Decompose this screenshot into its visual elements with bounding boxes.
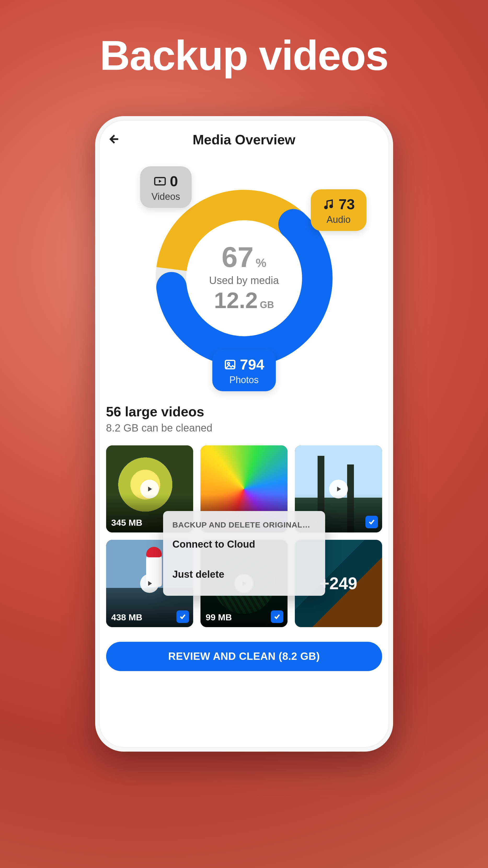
badge-audio[interactable]: 73 Audio [311, 189, 366, 231]
app-header: Media Overview [106, 132, 382, 148]
image-icon [224, 358, 236, 371]
phone-mockup: Media Overview 67 % Used by media 12.2 G… [95, 116, 393, 752]
checkbox-checked[interactable] [271, 611, 283, 623]
badge-videos-label: Videos [152, 191, 180, 202]
music-icon [322, 198, 335, 211]
popup-connect-cloud[interactable]: Connect to Cloud [172, 529, 316, 559]
badge-videos-count: 0 [170, 173, 178, 190]
used-percent: 67 [222, 240, 254, 274]
popup-title: BACKUP AND DELETE ORIGINAL… [172, 521, 316, 529]
badge-audio-count: 73 [338, 196, 355, 213]
donut-center: 67 % Used by media 12.2 GB [209, 240, 279, 313]
promo-title: Backup videos [100, 31, 388, 80]
checkbox-checked[interactable] [365, 516, 378, 528]
svg-point-5 [330, 205, 332, 208]
percent-symbol: % [256, 256, 266, 270]
media-donut-chart: 67 % Used by media 12.2 GB 0 Videos [106, 163, 382, 393]
badge-videos[interactable]: 0 Videos [140, 166, 192, 208]
backup-delete-popup: BACKUP AND DELETE ORIGINAL… Connect to C… [163, 511, 325, 596]
badge-audio-label: Audio [322, 214, 355, 225]
badge-photos[interactable]: 794 Photos [212, 350, 276, 391]
badge-photos-label: Photos [224, 374, 264, 385]
checkbox-checked[interactable] [176, 611, 189, 623]
used-size-unit: GB [260, 300, 274, 310]
used-size: 12.2 [214, 287, 258, 313]
tile-size: 99 MB [206, 612, 232, 622]
section-subtitle: 8.2 GB can be cleaned [106, 422, 382, 434]
tile-size: 345 MB [111, 518, 142, 528]
svg-point-7 [227, 363, 229, 365]
section-title: 56 large videos [106, 404, 382, 420]
review-clean-button[interactable]: REVIEW AND CLEAN (8.2 GB) [106, 642, 382, 671]
svg-point-4 [325, 206, 327, 209]
tile-size: 438 MB [111, 612, 142, 622]
popup-just-delete[interactable]: Just delete [172, 559, 316, 589]
used-label: Used by media [209, 275, 279, 286]
badge-photos-count: 794 [240, 356, 264, 373]
page-title: Media Overview [106, 132, 382, 148]
video-icon [154, 175, 166, 187]
